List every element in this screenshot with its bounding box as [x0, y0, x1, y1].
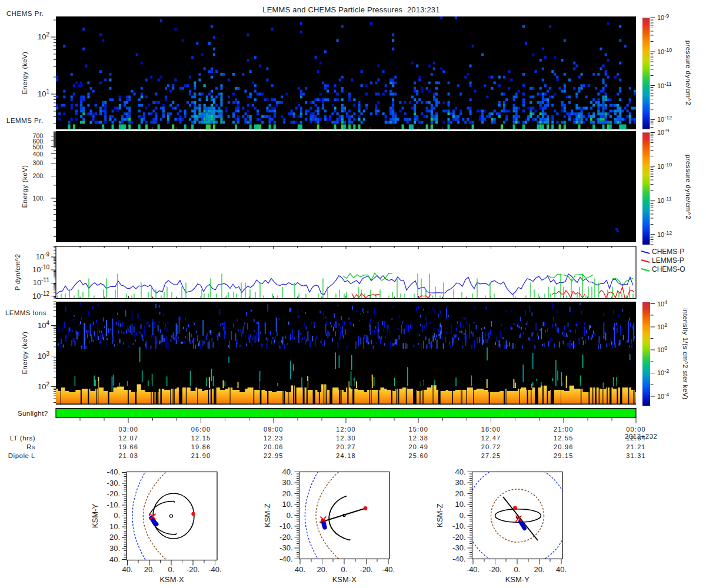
svg-text:12.07: 12.07: [118, 435, 138, 442]
svg-text:-30.: -30.: [279, 543, 292, 552]
svg-text:0.: 0.: [168, 565, 175, 574]
svg-text:19.86: 19.86: [191, 443, 211, 450]
svg-text:31.31: 31.31: [626, 452, 646, 459]
svg-text:40.: 40.: [295, 565, 305, 574]
svg-text:KSM-Y: KSM-Y: [505, 575, 530, 584]
svg-text:20.06: 20.06: [264, 443, 284, 450]
svg-text:Energy (keV): Energy (keV): [21, 165, 28, 208]
svg-text:20.: 20.: [109, 533, 120, 542]
svg-text:0.: 0.: [459, 511, 466, 520]
svg-text:LEMMS Pr.: LEMMS Pr.: [6, 117, 44, 124]
svg-text:-20.: -20.: [187, 565, 199, 574]
svg-text:21.21: 21.21: [626, 443, 646, 450]
svg-text:40.: 40.: [282, 467, 292, 476]
svg-text:-40.: -40.: [107, 467, 120, 476]
svg-text:20.: 20.: [144, 565, 155, 574]
svg-text:700.: 700.: [33, 132, 45, 139]
svg-text:intensity 1/(s cm^2 ster keV): intensity 1/(s cm^2 ster keV): [682, 308, 689, 400]
svg-text:29.15: 29.15: [554, 452, 574, 459]
svg-text:pressure dyne/cm^2: pressure dyne/cm^2: [685, 155, 692, 219]
svg-text:10.: 10.: [455, 500, 465, 509]
svg-text:Sunlight?: Sunlight?: [18, 410, 48, 417]
svg-text:-20.: -20.: [452, 533, 465, 542]
svg-text:-10.: -10.: [452, 522, 465, 530]
svg-text:40.: 40.: [455, 467, 465, 476]
svg-text:20.: 20.: [455, 489, 465, 498]
svg-text:-40.: -40.: [208, 565, 221, 574]
svg-text:Rs: Rs: [26, 443, 35, 450]
svg-text:21.03: 21.03: [118, 452, 138, 459]
svg-text:30.: 30.: [282, 478, 292, 487]
svg-text:12.15: 12.15: [191, 435, 211, 442]
svg-text:21:00: 21:00: [554, 426, 574, 433]
svg-text:20.: 20.: [534, 565, 544, 574]
svg-text:30.: 30.: [109, 544, 120, 553]
svg-text:12.47: 12.47: [481, 435, 501, 442]
svg-text:CHEMS-P: CHEMS-P: [652, 248, 684, 256]
svg-text:0.: 0.: [341, 565, 348, 574]
svg-text:0.: 0.: [114, 511, 120, 520]
svg-text:-30.: -30.: [452, 543, 465, 552]
svg-text:12.30: 12.30: [336, 435, 356, 442]
svg-text:40.: 40.: [122, 565, 133, 574]
svg-text:10.: 10.: [282, 500, 292, 509]
svg-text:06:00: 06:00: [191, 426, 211, 433]
svg-text:25.60: 25.60: [408, 452, 428, 459]
svg-text:KSM-Z: KSM-Z: [263, 503, 272, 527]
svg-text:Dipole L: Dipole L: [8, 452, 35, 459]
svg-text:12.55: 12.55: [554, 435, 574, 442]
svg-text:LEMMS-P: LEMMS-P: [652, 256, 684, 265]
svg-text:-20.: -20.: [279, 533, 292, 542]
svg-text:Energy (keV): Energy (keV): [21, 331, 28, 374]
svg-text:-40.: -40.: [382, 565, 395, 574]
svg-text:00:00: 00:00: [626, 426, 646, 433]
svg-text:20.: 20.: [282, 489, 292, 498]
svg-text:20.: 20.: [317, 565, 327, 574]
svg-text:-10.: -10.: [279, 522, 292, 530]
svg-text:CHEMS-O: CHEMS-O: [652, 265, 685, 273]
svg-text:19.66: 19.66: [118, 443, 138, 450]
svg-text:KSM-X: KSM-X: [159, 575, 184, 584]
svg-text:0.: 0.: [287, 511, 293, 520]
svg-text:KSM-Y: KSM-Y: [91, 504, 99, 529]
svg-text:09:00: 09:00: [264, 426, 284, 433]
svg-text:20.96: 20.96: [554, 443, 574, 450]
svg-text:15:00: 15:00: [408, 426, 428, 433]
svg-text:200.: 200.: [33, 172, 45, 179]
svg-text:LEMMS Ions: LEMMS Ions: [5, 309, 46, 316]
svg-text:12.38: 12.38: [408, 435, 428, 442]
svg-text:12.23: 12.23: [264, 435, 284, 442]
svg-text:-10.: -10.: [107, 500, 120, 509]
svg-text:2013+232: 2013+232: [625, 433, 658, 440]
svg-text:03:00: 03:00: [118, 426, 138, 433]
svg-text:12:00: 12:00: [336, 426, 356, 433]
svg-text:-40.: -40.: [467, 565, 479, 574]
svg-text:pressure dyne/cm^2: pressure dyne/cm^2: [685, 41, 692, 105]
svg-text:22.95: 22.95: [264, 452, 284, 459]
svg-text:-20.: -20.: [488, 565, 501, 574]
svg-text:-20.: -20.: [107, 489, 120, 498]
svg-text:-20.: -20.: [359, 565, 372, 574]
svg-text:LEMMS and CHEMS Particle Press: LEMMS and CHEMS Particle Pressures 2013:…: [262, 5, 439, 14]
svg-text:P dyn/cm^2: P dyn/cm^2: [14, 254, 21, 291]
svg-text:20.49: 20.49: [408, 443, 428, 450]
svg-text:-30.: -30.: [107, 479, 120, 487]
svg-text:18:00: 18:00: [481, 426, 501, 433]
svg-text:400.: 400.: [33, 151, 45, 158]
svg-text:CHEMS Pr.: CHEMS Pr.: [6, 10, 44, 17]
svg-text:0.: 0.: [514, 565, 521, 574]
svg-text:10.: 10.: [109, 522, 120, 531]
svg-text:-40.: -40.: [452, 554, 465, 563]
svg-text:LT (hrs): LT (hrs): [10, 435, 35, 442]
svg-text:Energy (keV): Energy (keV): [21, 51, 28, 94]
svg-text:30.: 30.: [455, 478, 465, 487]
svg-text:100.: 100.: [33, 195, 45, 202]
svg-text:24.18: 24.18: [336, 452, 356, 459]
svg-text:21.90: 21.90: [191, 452, 211, 459]
svg-text:KSM-X: KSM-X: [332, 575, 357, 584]
svg-text:20.27: 20.27: [336, 443, 356, 450]
svg-text:-40.: -40.: [279, 554, 292, 563]
svg-text:40.: 40.: [109, 555, 120, 564]
svg-text:300.: 300.: [33, 159, 45, 166]
svg-text:20.72: 20.72: [481, 443, 501, 450]
